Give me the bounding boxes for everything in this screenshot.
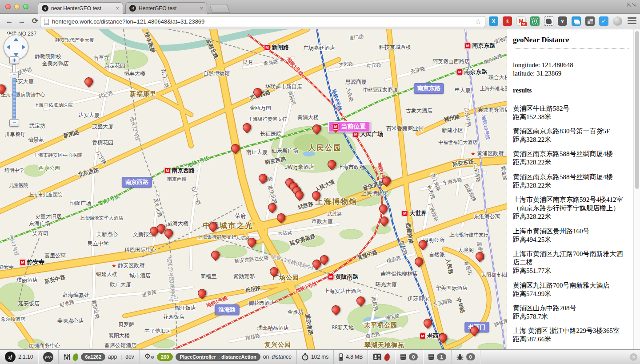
map-label: 花园饭店 xyxy=(163,313,184,321)
map-label: 武胜路 xyxy=(328,211,342,217)
map-label: 大境阁 xyxy=(458,247,474,254)
map-label: 翠湖天地御苑 xyxy=(364,341,404,349)
security-segment[interactable]: @ xyxy=(368,350,395,364)
request-time: 102 ms xyxy=(311,354,328,360)
request-segment[interactable]: ⚙⚙ 200 PlaceController :: distanceAction… xyxy=(140,350,297,364)
fullscreen-icon[interactable]: ⇱⇲ xyxy=(627,2,636,8)
road-badge[interactable]: 南京东路 xyxy=(414,83,444,94)
db-segment-2[interactable]: 1 xyxy=(423,350,451,364)
map-label: 曙光大厦 xyxy=(376,281,397,288)
config-segment[interactable]: 6a1262 app | dev xyxy=(59,350,139,364)
ext-pocket-icon[interactable]: ∨ xyxy=(558,16,567,26)
tab-close-icon[interactable]: × xyxy=(200,5,203,11)
url-text[interactable]: hentergeo.work.cc/distance?lon=121.48064… xyxy=(52,18,472,25)
symfony-version: 2.1.10 xyxy=(18,354,33,360)
ext-lastpass-icon[interactable]: ✳ xyxy=(503,16,512,26)
metro-icon: M xyxy=(420,333,426,339)
metro-icon: M xyxy=(333,124,339,130)
result-item: 上海 黄浦区 浙江中路229号3楼365室距离587.66米 xyxy=(513,327,629,344)
memory-icon xyxy=(339,353,343,361)
map-label: 美味点心店 xyxy=(57,317,84,325)
map-label: 希尔顿酒店 xyxy=(1,316,25,323)
ext-grass-icon[interactable] xyxy=(530,16,540,26)
pan-left-icon[interactable] xyxy=(7,44,10,50)
ext-globe-icon[interactable] xyxy=(613,16,622,26)
map-label: 美新点心 xyxy=(96,231,118,238)
ext-gmail-icon[interactable]: M51 xyxy=(516,16,526,26)
result-distance: 距离328.22米 xyxy=(513,181,629,190)
map-canvas[interactable]: 华联 NO.237静安现代产业大厦静教院附校全美烤鸭店南草坪康定花园恒丰大楼新福… xyxy=(0,29,507,349)
map-label: 全美烤鸭店 xyxy=(42,60,69,68)
scrollbar-thumb[interactable] xyxy=(635,31,639,189)
metro-station-label[interactable]: M大世界 xyxy=(402,209,427,217)
road-badge[interactable]: 淮海路 xyxy=(215,304,240,315)
metro-station-label[interactable]: M静安寺 xyxy=(20,258,44,266)
tab-title: near HenterGEO test xyxy=(51,5,113,12)
close-window-button[interactable] xyxy=(5,4,11,9)
scrollbar[interactable] xyxy=(633,29,640,349)
ext-grid-icon[interactable] xyxy=(585,16,595,26)
forward-button[interactable]: → xyxy=(16,16,28,27)
tab-near-hentergeo-test[interactable]: sf near HenterGEO test × xyxy=(38,2,123,14)
map-label: 东海广场 xyxy=(29,220,50,228)
php-logo-icon: php xyxy=(43,352,53,362)
tab-close-icon[interactable]: × xyxy=(116,5,119,11)
star-icon: ★ xyxy=(471,150,476,156)
metro-station-label[interactable]: M南京西路 xyxy=(164,167,195,175)
map-label: 华美国际酒店 xyxy=(436,284,468,292)
zoom-in-button[interactable]: + xyxy=(9,56,19,64)
ext-photos-icon[interactable] xyxy=(572,16,581,26)
new-tab-button[interactable] xyxy=(209,4,230,13)
browser-window: sf near HenterGEO test × sf HenterGEO te… xyxy=(0,0,640,364)
map-label: 古象大酒店 xyxy=(406,107,432,115)
memory-segment[interactable]: 4.8 MB xyxy=(334,350,368,364)
tab-strip: sf near HenterGEO test × sf HenterGEO te… xyxy=(0,0,640,14)
pan-up-icon[interactable] xyxy=(13,38,19,41)
address-bar[interactable]: hentergeo.work.cc/distance?lon=121.48064… xyxy=(40,16,485,27)
ext-xmarks-icon[interactable]: X xyxy=(489,16,498,26)
ext-evernote-icon[interactable] xyxy=(544,16,553,26)
zoom-slider-handle[interactable]: − xyxy=(10,72,19,78)
pan-down-icon[interactable] xyxy=(13,53,19,56)
status-badge: 200 xyxy=(157,353,173,361)
reload-button[interactable]: ⟳ xyxy=(29,16,41,27)
chrome-menu-icon[interactable] xyxy=(628,17,636,24)
toolbar-close-icon[interactable]: ✕ xyxy=(630,353,637,361)
road-badge[interactable]: 南京西路 xyxy=(122,177,152,188)
twig-segment[interactable]: 0 xyxy=(452,350,480,364)
map-label: 上海安达仕酒店 xyxy=(324,288,361,295)
metro-station-label[interactable]: M黄陂南路 xyxy=(328,273,359,281)
zoom-out-button[interactable]: − xyxy=(9,119,19,127)
sf-version-segment[interactable]: sf 2.1.10 xyxy=(0,350,38,364)
map-label: 南草坪 xyxy=(93,54,109,62)
map-label: 西康公园 xyxy=(39,164,60,172)
current-location-badge[interactable]: M当前位置 xyxy=(328,121,371,132)
zoom-window-button[interactable] xyxy=(23,4,28,9)
metro-icon: M xyxy=(465,43,471,49)
user-card-icon: @ xyxy=(373,353,382,360)
db-segment-1[interactable]: 0 xyxy=(395,350,423,364)
map-label: 欣广大厦 xyxy=(110,281,131,288)
map-label: 延安饭店 xyxy=(18,300,40,308)
metro-station-label[interactable]: M南京东路 xyxy=(457,68,488,76)
minimize-window-button[interactable] xyxy=(14,4,20,9)
map-pan-control[interactable] xyxy=(4,35,28,60)
db-query-count: 0 xyxy=(409,353,418,360)
metro-station-label[interactable]: M南京东路 xyxy=(465,42,496,50)
result-item: 黄浦区南京东路588号丝绸商厦4楼距离328.22米 xyxy=(513,173,629,190)
controller-name: PlaceController xyxy=(180,354,216,360)
ext-check-icon[interactable]: ✓ xyxy=(599,16,608,26)
php-segment[interactable]: php xyxy=(38,350,59,364)
bookmark-star-icon[interactable]: ☆ xyxy=(475,17,481,26)
pan-right-icon[interactable] xyxy=(22,44,25,50)
time-segment[interactable]: 102 ms xyxy=(297,350,334,364)
map-label: 市政大厦 xyxy=(312,218,333,225)
result-distance: 距离551.77米 xyxy=(513,267,629,275)
map-label: 御花园酒店 xyxy=(248,300,275,307)
metro-station-label[interactable]: M新闸路 xyxy=(264,44,289,52)
map-label: 上海外滩花园酒店 xyxy=(480,85,507,92)
twig-count: 0 xyxy=(466,353,475,360)
tab-hentergeo-test[interactable]: sf HenterGEO test × xyxy=(125,2,207,14)
result-item: 黄浦区九江路700号南新雅大酒店距离574.99米 xyxy=(513,281,629,298)
back-button[interactable]: ← xyxy=(4,16,15,27)
